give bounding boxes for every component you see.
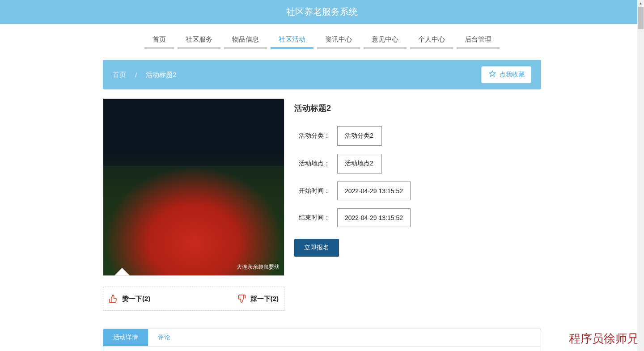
breadcrumb: 首页 / 活动标题2 xyxy=(113,71,177,79)
star-icon xyxy=(488,70,497,79)
tab-activity-detail[interactable]: 活动详情 xyxy=(103,329,148,346)
detail-column: 活动标题2 活动分类 活动分类2 活动地点 活动地点2 开始时间 2022-04… xyxy=(294,98,541,311)
content-wrap: 首页 / 活动标题2 点我收藏 大连亲亲袋鼠婴幼 赞一下( xyxy=(103,60,541,351)
scrollbar-up-arrow-icon[interactable]: ▲ xyxy=(637,0,644,7)
breadcrumb-current: 活动标题2 xyxy=(146,71,176,79)
nav-item-community-activity[interactable]: 社区活动 xyxy=(271,33,314,49)
thumbs-down-icon xyxy=(237,294,246,303)
breadcrumb-home[interactable]: 首页 xyxy=(113,71,126,79)
svg-marker-0 xyxy=(489,71,495,76)
upvote-button[interactable]: 赞一下(2) xyxy=(109,294,150,303)
breadcrumb-separator: / xyxy=(135,71,137,79)
nav-item-community-service[interactable]: 社区服务 xyxy=(178,33,220,49)
downvote-button[interactable]: 踩一下(2) xyxy=(237,294,279,303)
favorite-button-label: 点我收藏 xyxy=(500,71,525,79)
nav-list: 首页 社区服务 物品信息 社区活动 资讯中心 意见中心 个人中心 后台管理 xyxy=(103,33,541,49)
image-watermark: 大连亲亲袋鼠婴幼 xyxy=(237,263,280,271)
field-end-time-value: 2022-04-29 13:15:52 xyxy=(337,208,411,227)
image-column: 大连亲亲袋鼠婴幼 赞一下(2) 踩一下(2) xyxy=(103,98,284,311)
nav-item-personal-center[interactable]: 个人中心 xyxy=(410,33,453,49)
vote-row: 赞一下(2) 踩一下(2) xyxy=(103,287,284,311)
scrollbar[interactable]: ▲ xyxy=(637,0,644,351)
tab-comments[interactable]: 评论 xyxy=(148,329,180,346)
field-location-value: 活动地点2 xyxy=(337,154,382,173)
field-end-time: 结束时间 2022-04-29 13:15:52 xyxy=(294,208,541,227)
field-end-time-label: 结束时间 xyxy=(294,214,330,222)
field-category-label: 活动分类 xyxy=(294,132,330,140)
field-category: 活动分类 活动分类2 xyxy=(294,126,541,146)
nav-bar: 首页 社区服务 物品信息 社区活动 资讯中心 意见中心 个人中心 后台管理 xyxy=(103,24,541,53)
field-start-time: 开始时间 2022-04-29 13:15:52 xyxy=(294,182,541,200)
field-location-label: 活动地点 xyxy=(294,160,330,168)
tabs-card: 活动详情 评论 活动详情2 xyxy=(103,329,541,351)
app-title: 社区养老服务系统 xyxy=(286,7,358,17)
field-category-value: 活动分类2 xyxy=(337,126,382,146)
signup-button-label: 立即报名 xyxy=(304,244,329,251)
upvote-label: 赞一下(2) xyxy=(122,295,150,303)
nav-item-feedback-center[interactable]: 意见中心 xyxy=(364,33,407,49)
nav-item-items-info[interactable]: 物品信息 xyxy=(224,33,267,49)
thumbs-up-icon xyxy=(109,294,118,303)
tab-content: 活动详情2 xyxy=(103,347,541,351)
nav-item-home[interactable]: 首页 xyxy=(144,33,174,49)
activity-title: 活动标题2 xyxy=(294,103,541,114)
downvote-label: 踩一下(2) xyxy=(250,295,279,303)
nav-item-admin[interactable]: 后台管理 xyxy=(457,33,500,49)
main-card: 大连亲亲袋鼠婴幼 赞一下(2) 踩一下(2) xyxy=(103,98,541,320)
field-start-time-label: 开始时间 xyxy=(294,187,330,195)
scrollbar-thumb[interactable] xyxy=(638,7,644,29)
field-start-time-value: 2022-04-29 13:15:52 xyxy=(337,182,411,200)
signup-button[interactable]: 立即报名 xyxy=(294,239,339,257)
nav-item-news-center[interactable]: 资讯中心 xyxy=(317,33,360,49)
favorite-button[interactable]: 点我收藏 xyxy=(481,66,531,83)
field-location: 活动地点 活动地点2 xyxy=(294,154,541,173)
tabs-header: 活动详情 评论 xyxy=(103,329,541,347)
header-banner: 社区养老服务系统 xyxy=(0,0,644,24)
activity-image: 大连亲亲袋鼠婴幼 xyxy=(103,98,284,276)
page-watermark: 程序员徐师兄 xyxy=(569,331,639,347)
breadcrumb-bar: 首页 / 活动标题2 点我收藏 xyxy=(103,60,541,89)
